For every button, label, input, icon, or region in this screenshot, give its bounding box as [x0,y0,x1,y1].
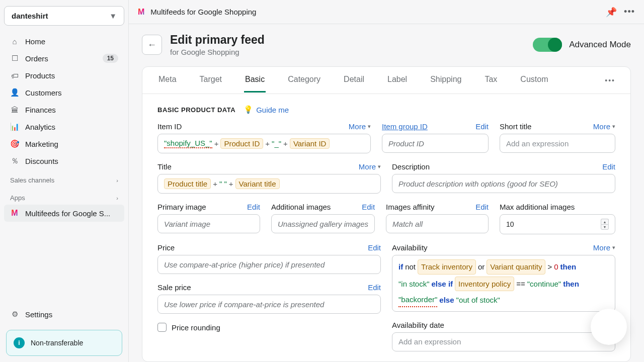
store-name: danteshirt [12,12,48,20]
tab-tax[interactable]: Tax [484,68,498,93]
chart-icon: 📊 [10,122,19,131]
pin-icon[interactable]: 📌 [606,7,617,18]
item-group-id-edit[interactable]: Edit [475,122,489,131]
orders-icon: ☐ [10,54,19,63]
advanced-mode-label: Advanced Mode [569,40,631,50]
primary-image-value[interactable]: Variant image [157,214,260,233]
availability-expression[interactable]: if not Track inventory or Variant quanti… [392,255,615,312]
non-transferable-note: i Non-transferable [6,330,122,356]
caret-down-icon: ▾ [612,244,615,251]
app-name: Multifeeds for Google Shopping [150,8,256,16]
chevron-down-icon: ▼ [109,12,117,20]
guide-me-link[interactable]: 💡 Guide me [244,105,289,114]
user-icon: 👤 [10,88,19,97]
sale-price-value[interactable]: Use lower price if compare-at-price is p… [157,295,381,314]
item-id-expression[interactable]: "shopify_US_"+ Product ID +"_"+ Variant … [157,134,371,153]
tab-category[interactable]: Category [287,68,321,93]
price-edit[interactable]: Edit [368,243,381,252]
short-title-more[interactable]: More ▾ [593,122,615,131]
tag-icon: 🏷 [10,71,19,80]
feed-card: Meta Target Basic Category Detail Label … [142,66,631,362]
max-additional-images-input[interactable]: 10 ▲▼ [500,214,615,234]
nav-customers[interactable]: 👤Customers [4,84,124,101]
page-header: ← Edit primary feed for Google Shopping … [129,24,644,59]
primary-image-edit[interactable]: Edit [247,203,260,211]
tab-shipping[interactable]: Shipping [429,68,462,93]
field-availability: AvailabilityMore ▾ if not Track inventor… [392,243,615,312]
arrow-left-icon: ← [147,40,156,50]
item-id-more[interactable]: More ▾ [349,122,371,131]
tabs-overflow[interactable]: ••• [605,76,615,84]
nav-discounts[interactable]: ％Discounts [4,152,124,169]
field-max-additional-images: Max additional images 10 ▲▼ [500,203,615,234]
checkbox-icon [157,323,167,332]
nav-home[interactable]: ⌂Home [4,33,124,50]
field-images-affinity: Images affinityEdit Match all [386,203,489,234]
topbar: M Multifeeds for Google Shopping 📌 ••• [129,0,644,24]
nav-marketing[interactable]: 🎯Marketing [4,135,124,152]
field-description: Description Edit Product description wit… [392,162,615,194]
sales-channels-section[interactable]: Sales channels› [4,169,124,187]
caret-down-icon: ▾ [612,123,615,130]
additional-images-edit[interactable]: Edit [362,203,375,211]
additional-images-value[interactable]: Unassigned gallery images [271,214,375,233]
sidebar: danteshirt ▼ ⌂Home ☐Orders15 🏷Products 👤… [0,0,129,362]
tab-basic[interactable]: Basic [244,68,266,93]
page-title: Edit primary feed [170,33,265,47]
stepper-up[interactable]: ▲ [601,219,609,224]
nav-settings[interactable]: ⚙Settings [4,306,124,323]
field-item-group-id: Item group ID Edit Product ID [382,122,489,153]
app-logo-icon: M [138,8,144,17]
description-edit[interactable]: Edit [602,162,615,171]
tabs: Meta Target Basic Category Detail Label … [142,67,630,94]
field-availability-date: Availability dateMore ▾ Add an expressio… [392,321,615,351]
field-sale-price: Sale priceEdit Use lower price if compar… [157,283,381,314]
title-more[interactable]: More ▾ [359,162,381,171]
stepper-down[interactable]: ▼ [601,224,609,230]
field-short-title: Short title More ▾ Add an expression [500,122,615,153]
tab-detail[interactable]: Detail [343,68,365,93]
store-selector[interactable]: danteshirt ▼ [4,6,124,26]
availability-date-input[interactable]: Add an expression [392,332,615,351]
tab-custom[interactable]: Custom [519,68,549,93]
section-title: BASIC PRODUCT DATA [157,106,235,114]
help-fab[interactable] [591,309,627,345]
page-subtitle: for Google Shopping [170,48,265,56]
field-primary-image: Primary imageEdit Variant image [157,203,260,234]
tab-target[interactable]: Target [199,68,223,93]
nav-analytics[interactable]: 📊Analytics [4,118,124,135]
info-icon: i [14,337,25,348]
caret-down-icon: ▾ [378,163,381,170]
short-title-input[interactable]: Add an expression [500,134,615,153]
price-value[interactable]: Use compare-at-price (higher price) if p… [157,255,381,274]
nav-products[interactable]: 🏷Products [4,67,124,84]
target-icon: 🎯 [10,139,19,148]
orders-badge: 15 [103,54,118,63]
more-icon[interactable]: ••• [624,7,635,17]
gear-icon: ⚙ [10,310,19,319]
tab-label[interactable]: Label [386,68,408,93]
field-title: Title More ▾ Product title +" "+ Variant… [157,162,381,194]
percent-icon: ％ [10,156,19,165]
availability-more[interactable]: More ▾ [593,243,615,252]
images-affinity-edit[interactable]: Edit [475,203,489,211]
description-value[interactable]: Product description with options (good f… [392,174,615,193]
item-group-id-value[interactable]: Product ID [382,134,489,153]
field-price: PriceEdit Use compare-at-price (higher p… [157,243,381,274]
back-button[interactable]: ← [142,35,162,55]
price-rounding-checkbox[interactable]: Price rounding [157,323,381,332]
apps-section[interactable]: Apps› [4,187,124,205]
chevron-right-icon: › [116,195,118,201]
tab-meta[interactable]: Meta [157,68,178,93]
home-icon: ⌂ [10,37,19,46]
nav-orders[interactable]: ☐Orders15 [4,50,124,67]
images-affinity-value[interactable]: Match all [386,214,489,233]
app-logo-icon: M [10,209,19,218]
field-item-id: Item ID More ▾ "shopify_US_"+ Product ID… [157,122,371,153]
sale-price-edit[interactable]: Edit [368,283,381,292]
caret-down-icon: ▾ [368,123,371,130]
advanced-mode-toggle[interactable] [533,38,562,52]
nav-app-multifeeds[interactable]: MMultifeeds for Google S... [4,205,124,222]
nav-finances[interactable]: 🏛Finances [4,101,124,118]
title-expression[interactable]: Product title +" "+ Variant title [157,174,381,194]
